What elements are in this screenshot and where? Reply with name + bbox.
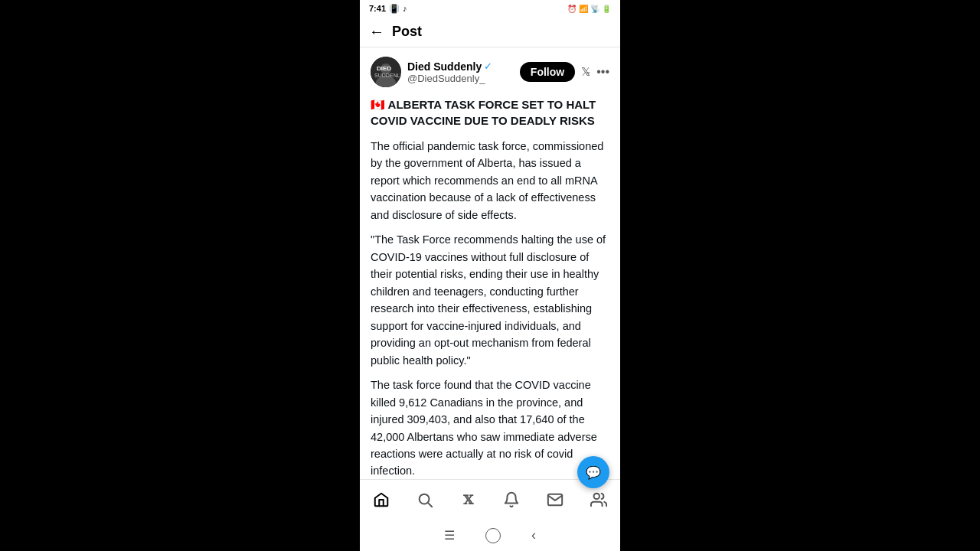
post-headline: 🇨🇦 ALBERTA TASK FORCE SET TO HALT COVID …: [371, 96, 609, 129]
compose-icon: 💬: [586, 465, 601, 480]
back-button[interactable]: ←: [369, 23, 384, 41]
android-menu-button[interactable]: ☰: [444, 528, 455, 543]
status-bar: 7:41 📳 ♪ ⏰ 📶 📡 🔋: [360, 0, 620, 17]
post-paragraph-2: "The Task Force recommends halting the u…: [371, 231, 609, 369]
page-header: ← Post: [360, 17, 620, 47]
wifi-icon: 📶: [579, 5, 588, 13]
post-paragraph-1: The official pandemic task force, commis…: [371, 138, 609, 223]
status-right: ⏰ 📶 📡 🔋: [567, 5, 611, 13]
nav-xai-icon[interactable]: 𝕏: [455, 486, 482, 514]
author-row: DIED SUDDENLY Died Suddenly ✓ @DiedSudde…: [371, 57, 609, 87]
battery-icon: 🔋: [602, 5, 611, 13]
tiktok-icon: ♪: [403, 4, 407, 13]
mute-icon[interactable]: 𝕏̵: [581, 65, 590, 79]
author-actions: Follow 𝕏̵ •••: [520, 62, 609, 82]
post-scroll-area[interactable]: DIED SUDDENLY Died Suddenly ✓ @DiedSudde…: [360, 47, 620, 479]
time-display: 7:41: [369, 4, 386, 13]
svg-point-7: [593, 494, 599, 499]
alarm-icon: ⏰: [567, 5, 577, 13]
more-options-icon[interactable]: •••: [596, 65, 609, 79]
avatar[interactable]: DIED SUDDENLY: [371, 57, 401, 87]
nav-home-icon[interactable]: [368, 486, 395, 514]
notification-icon: 📳: [389, 4, 400, 14]
author-name-row: Died Suddenly ✓: [407, 60, 492, 73]
follow-button[interactable]: Follow: [520, 62, 575, 82]
nav-notifications-icon[interactable]: [498, 486, 525, 514]
author-handle: @DiedSuddenly_: [407, 73, 492, 84]
nav-search-icon[interactable]: [411, 486, 439, 514]
svg-text:SUDDENLY: SUDDENLY: [374, 73, 401, 78]
compose-fab[interactable]: 💬: [577, 456, 609, 488]
author-info-left: DIED SUDDENLY Died Suddenly ✓ @DiedSudde…: [371, 57, 492, 87]
nav-people-icon[interactable]: [585, 486, 612, 514]
verified-icon: ✓: [484, 60, 492, 72]
author-name: Died Suddenly: [407, 60, 482, 73]
status-left: 7:41 📳 ♪: [369, 4, 407, 14]
avatar-image: DIED SUDDENLY: [371, 57, 401, 87]
author-text-info: Died Suddenly ✓ @DiedSuddenly_: [407, 60, 492, 84]
svg-line-6: [428, 503, 432, 507]
nav-messages-icon[interactable]: [541, 486, 569, 514]
signal-icon: 📡: [590, 5, 599, 13]
android-home-button[interactable]: [485, 528, 501, 543]
android-back-button[interactable]: ‹: [531, 527, 536, 543]
phone-screen: 7:41 📳 ♪ ⏰ 📶 📡 🔋 ← Post: [360, 0, 620, 551]
page-title: Post: [392, 24, 422, 40]
post-paragraph-3: The task force found that the COVID vacc…: [371, 377, 609, 479]
bottom-nav: 𝕏: [360, 479, 620, 520]
svg-text:DIED: DIED: [377, 65, 391, 72]
android-nav-bar: ☰ ‹: [360, 520, 620, 551]
